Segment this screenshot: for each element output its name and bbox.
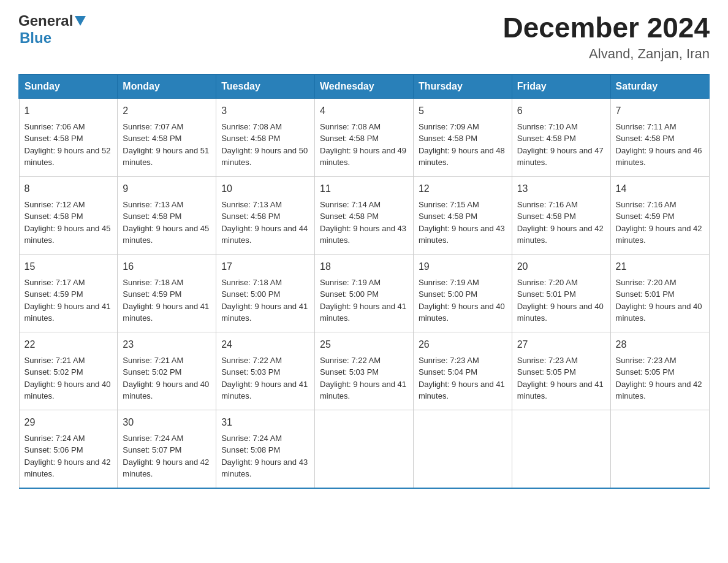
sunrise-text: Sunrise: 7:10 AM (517, 122, 578, 131)
weekday-header-friday: Friday (512, 74, 610, 98)
sunset-text: Sunset: 4:59 PM (25, 289, 83, 299)
calendar-week-row: 15Sunrise: 7:17 AMSunset: 4:59 PMDayligh… (19, 254, 709, 332)
sunrise-text: Sunrise: 7:12 AM (25, 200, 85, 209)
day-number: 25 (320, 337, 408, 352)
day-number: 7 (616, 104, 704, 118)
day-number: 2 (123, 104, 211, 118)
calendar-cell: 9Sunrise: 7:13 AMSunset: 4:58 PMDaylight… (118, 176, 216, 254)
daylight-text: Daylight: 9 hours and 42 minutes. (616, 224, 702, 245)
calendar-week-row: 1Sunrise: 7:06 AMSunset: 4:58 PMDaylight… (19, 98, 709, 176)
sunrise-text: Sunrise: 7:17 AM (25, 278, 85, 287)
day-number: 5 (419, 104, 507, 118)
calendar-cell (512, 410, 610, 488)
calendar-cell: 28Sunrise: 7:23 AMSunset: 5:05 PMDayligh… (610, 332, 709, 410)
sunset-text: Sunset: 4:58 PM (419, 212, 477, 221)
logo-triangle-icon (75, 16, 86, 28)
daylight-text: Daylight: 9 hours and 41 minutes. (25, 302, 111, 323)
daylight-text: Daylight: 9 hours and 41 minutes. (221, 380, 308, 401)
calendar-cell: 18Sunrise: 7:19 AMSunset: 5:00 PMDayligh… (315, 254, 414, 332)
daylight-text: Daylight: 9 hours and 41 minutes. (320, 302, 406, 323)
day-number: 14 (616, 182, 704, 196)
daylight-text: Daylight: 9 hours and 41 minutes. (517, 380, 604, 401)
calendar-cell: 13Sunrise: 7:16 AMSunset: 4:58 PMDayligh… (512, 176, 610, 254)
sunrise-text: Sunrise: 7:19 AM (320, 278, 381, 287)
sunrise-text: Sunrise: 7:18 AM (123, 278, 183, 287)
calendar-cell: 25Sunrise: 7:22 AMSunset: 5:03 PMDayligh… (315, 332, 414, 410)
sunset-text: Sunset: 5:05 PM (517, 367, 576, 377)
sunrise-text: Sunrise: 7:16 AM (616, 200, 677, 209)
day-number: 30 (123, 415, 211, 430)
sunset-text: Sunset: 5:03 PM (221, 367, 280, 377)
day-number: 19 (419, 259, 507, 274)
day-number: 9 (123, 182, 211, 196)
sunset-text: Sunset: 4:58 PM (320, 212, 379, 221)
sunrise-text: Sunrise: 7:13 AM (123, 200, 183, 209)
day-number: 15 (25, 259, 113, 274)
daylight-text: Daylight: 9 hours and 40 minutes. (616, 302, 702, 323)
calendar-cell: 5Sunrise: 7:09 AMSunset: 4:58 PMDaylight… (413, 98, 512, 176)
calendar-cell: 23Sunrise: 7:21 AMSunset: 5:02 PMDayligh… (118, 332, 216, 410)
sunrise-text: Sunrise: 7:13 AM (221, 200, 282, 209)
sunset-text: Sunset: 5:03 PM (320, 367, 379, 377)
sunset-text: Sunset: 5:01 PM (616, 289, 675, 299)
daylight-text: Daylight: 9 hours and 48 minutes. (419, 146, 505, 167)
sunrise-text: Sunrise: 7:23 AM (616, 356, 677, 365)
day-number: 11 (320, 182, 408, 196)
weekday-header-saturday: Saturday (610, 74, 709, 98)
day-number: 10 (221, 182, 309, 196)
calendar-cell: 7Sunrise: 7:11 AMSunset: 4:58 PMDaylight… (610, 98, 709, 176)
weekday-header-wednesday: Wednesday (315, 74, 414, 98)
logo-general-text: General (18, 12, 73, 29)
sunrise-text: Sunrise: 7:16 AM (517, 200, 578, 209)
sunset-text: Sunset: 5:04 PM (419, 367, 477, 377)
calendar-cell (610, 410, 709, 488)
calendar-cell: 21Sunrise: 7:20 AMSunset: 5:01 PMDayligh… (610, 254, 709, 332)
weekday-header-tuesday: Tuesday (216, 74, 315, 98)
sunset-text: Sunset: 4:58 PM (616, 134, 675, 143)
calendar-cell: 8Sunrise: 7:12 AMSunset: 4:58 PMDaylight… (19, 176, 118, 254)
sunrise-text: Sunrise: 7:21 AM (25, 356, 85, 365)
sunset-text: Sunset: 5:00 PM (320, 289, 379, 299)
sunset-text: Sunset: 4:58 PM (25, 212, 83, 221)
daylight-text: Daylight: 9 hours and 43 minutes. (419, 224, 505, 245)
sunrise-text: Sunrise: 7:19 AM (419, 278, 479, 287)
calendar-cell: 3Sunrise: 7:08 AMSunset: 4:58 PMDaylight… (216, 98, 315, 176)
sunrise-text: Sunrise: 7:22 AM (221, 356, 282, 365)
day-number: 26 (419, 337, 507, 352)
sunrise-text: Sunrise: 7:23 AM (419, 356, 479, 365)
sunset-text: Sunset: 5:00 PM (221, 289, 280, 299)
sunrise-text: Sunrise: 7:20 AM (616, 278, 677, 287)
location-title: Alvand, Zanjan, Iran (502, 46, 710, 62)
svg-marker-0 (75, 16, 86, 26)
day-number: 18 (320, 259, 408, 274)
daylight-text: Daylight: 9 hours and 44 minutes. (221, 224, 308, 245)
sunrise-text: Sunrise: 7:15 AM (419, 200, 479, 209)
day-number: 22 (25, 337, 113, 352)
calendar-week-row: 29Sunrise: 7:24 AMSunset: 5:06 PMDayligh… (19, 410, 709, 488)
weekday-header-monday: Monday (118, 74, 216, 98)
sunrise-text: Sunrise: 7:21 AM (123, 356, 183, 365)
day-number: 28 (616, 337, 704, 352)
sunset-text: Sunset: 4:58 PM (517, 212, 576, 221)
sunset-text: Sunset: 5:02 PM (123, 367, 181, 377)
day-number: 24 (221, 337, 309, 352)
calendar-cell: 29Sunrise: 7:24 AMSunset: 5:06 PMDayligh… (19, 410, 118, 488)
sunrise-text: Sunrise: 7:24 AM (123, 434, 183, 443)
calendar-cell: 24Sunrise: 7:22 AMSunset: 5:03 PMDayligh… (216, 332, 315, 410)
sunset-text: Sunset: 5:01 PM (517, 289, 576, 299)
daylight-text: Daylight: 9 hours and 47 minutes. (517, 146, 604, 167)
weekday-header-thursday: Thursday (413, 74, 512, 98)
daylight-text: Daylight: 9 hours and 40 minutes. (517, 302, 604, 323)
sunrise-text: Sunrise: 7:08 AM (221, 122, 282, 131)
daylight-text: Daylight: 9 hours and 46 minutes. (616, 146, 702, 167)
weekday-header-sunday: Sunday (19, 74, 118, 98)
day-number: 8 (25, 182, 113, 196)
calendar-cell: 31Sunrise: 7:24 AMSunset: 5:08 PMDayligh… (216, 410, 315, 488)
sunrise-text: Sunrise: 7:09 AM (419, 122, 479, 131)
calendar-cell: 4Sunrise: 7:08 AMSunset: 4:58 PMDaylight… (315, 98, 414, 176)
sunrise-text: Sunrise: 7:22 AM (320, 356, 381, 365)
daylight-text: Daylight: 9 hours and 51 minutes. (123, 146, 209, 167)
daylight-text: Daylight: 9 hours and 40 minutes. (419, 302, 505, 323)
daylight-text: Daylight: 9 hours and 41 minutes. (419, 380, 505, 401)
calendar-cell: 10Sunrise: 7:13 AMSunset: 4:58 PMDayligh… (216, 176, 315, 254)
